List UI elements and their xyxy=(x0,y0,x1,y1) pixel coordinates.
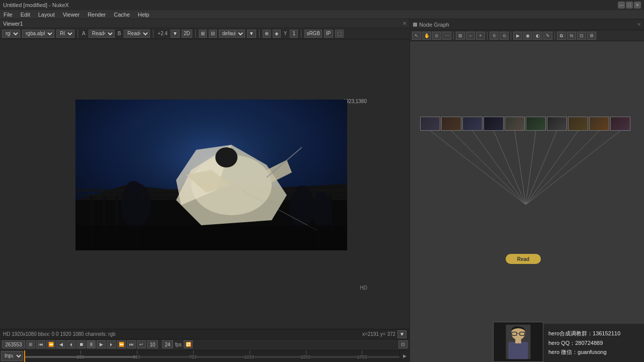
ng-edit-btn[interactable]: ✎ xyxy=(543,32,552,40)
node-thumb-1[interactable] xyxy=(420,117,440,131)
svg-point-15 xyxy=(215,147,237,167)
svg-rect-46 xyxy=(515,339,521,343)
svg-point-22 xyxy=(296,186,308,197)
node-thumb-10[interactable] xyxy=(610,117,630,131)
svg-line-32 xyxy=(494,131,526,205)
display-opts-btn[interactable]: ▼ xyxy=(247,30,256,38)
menu-file[interactable]: File xyxy=(2,12,14,18)
node-thumb-9[interactable] xyxy=(589,117,609,131)
film-background xyxy=(75,100,347,250)
main-layout: Viewer1 ✕ rgba rgba.alpha RGB A Read4 B … xyxy=(0,19,644,362)
ng-G-btn[interactable]: G xyxy=(557,32,566,40)
status-dropdown[interactable]: ▼ xyxy=(397,330,407,338)
read-a-select[interactable]: Read4 xyxy=(89,30,115,38)
node-graph-header: Node Graph ✕ xyxy=(410,19,644,30)
ng-zoom-in[interactable]: + xyxy=(476,32,485,40)
node-canvas[interactable]: Read hero合成调教群：136152110 hero QQ：2807248… xyxy=(410,41,644,362)
read-b-select[interactable]: Read4 xyxy=(124,30,150,38)
webcam-preview xyxy=(493,322,543,362)
node-thumb-3[interactable] xyxy=(462,117,482,131)
play-pause-btn[interactable]: ⏸ xyxy=(87,340,96,348)
node-thumb-5[interactable] xyxy=(505,117,525,131)
ng-color-btn[interactable]: ◐ xyxy=(533,32,542,40)
channel-mode-select[interactable]: rgba.alpha xyxy=(22,30,54,38)
menu-bar: File Edit Layout Viewer Render Cache Hel… xyxy=(0,10,644,19)
grid-btn[interactable]: ⊟ xyxy=(209,30,217,38)
stop-btn[interactable]: ⏹ xyxy=(76,340,86,348)
view-2d-btn[interactable]: 2D xyxy=(182,30,192,38)
frame-number[interactable]: 263553 xyxy=(2,340,25,348)
ng-fit-btn[interactable]: ⊞ xyxy=(456,32,465,40)
prev-frame-btn[interactable]: ◀ xyxy=(56,340,65,348)
y-input[interactable]: 1 xyxy=(290,30,298,38)
node-thumb-4[interactable] xyxy=(484,117,504,131)
next-inc-btn[interactable]: ⏵ xyxy=(107,340,116,348)
split-view-btn[interactable]: ⊞ xyxy=(199,30,207,38)
timeline-ruler[interactable]: 0 250 500 750 1000 1500 1750 xyxy=(24,350,399,362)
play-btn[interactable]: ▶ xyxy=(97,340,106,348)
close-button[interactable]: ✕ xyxy=(634,2,641,9)
roi-btn[interactable]: ⊕ xyxy=(263,30,271,38)
svg-rect-45 xyxy=(508,342,528,359)
ng-select-btn[interactable]: ↖ xyxy=(412,32,421,40)
next-last-btn[interactable]: ⏭ xyxy=(127,340,136,348)
coord-display: x=2191 y= 372 xyxy=(362,331,395,337)
loop-btn[interactable]: 🔁 xyxy=(184,340,193,348)
menu-render[interactable]: Render xyxy=(86,12,107,18)
maximize-button[interactable]: □ xyxy=(626,2,633,9)
zoom-btn[interactable]: ▼ xyxy=(171,30,180,38)
read-node[interactable]: Read xyxy=(506,254,541,264)
node-connections-svg xyxy=(410,41,644,362)
loop-a-btn[interactable]: ↩ xyxy=(137,340,146,348)
svg-line-33 xyxy=(515,131,526,205)
prev-first-btn[interactable]: ⏮ xyxy=(36,340,45,348)
title-bar: Untitled [modified] - NukeX — □ ✕ xyxy=(0,0,644,10)
snap-btn[interactable]: ⊞ xyxy=(26,340,35,348)
node-thumb-2[interactable] xyxy=(441,117,461,131)
ng-dots-btn[interactable]: ⋯ xyxy=(442,32,451,40)
menu-cache[interactable]: Cache xyxy=(112,12,131,18)
colorspace-out-btn[interactable]: sRGB xyxy=(304,30,322,38)
ng-settings-btn[interactable]: ⚙ xyxy=(587,32,596,40)
ng-move-btn[interactable]: ✋ xyxy=(422,32,431,40)
ng-paste-btn[interactable]: ⎗ xyxy=(500,32,509,40)
overlay-btn[interactable]: ◈ xyxy=(273,30,281,38)
ng-nuke-btn[interactable]: N xyxy=(567,32,576,40)
menu-edit[interactable]: Edit xyxy=(19,12,32,18)
ng-zoom-out[interactable]: − xyxy=(466,32,475,40)
colorspace-select[interactable]: RGB xyxy=(56,30,74,38)
node-thumb-7[interactable] xyxy=(547,117,567,131)
status-text: HD 1920x1080 bbox: 0 0 1920 1080 channel… xyxy=(3,331,116,337)
hd-label: HD xyxy=(360,285,367,291)
ng-extra1-btn[interactable]: ⊡ xyxy=(577,32,586,40)
svg-line-29 xyxy=(430,131,526,205)
extra-btn[interactable]: ⬚ xyxy=(335,30,344,38)
minimize-button[interactable]: — xyxy=(618,2,625,9)
ng-connect-btn[interactable]: ⊙ xyxy=(432,32,441,40)
timeline-right-btn[interactable]: ⊡ xyxy=(398,340,408,348)
ip-btn[interactable]: IP xyxy=(324,30,333,38)
svg-point-24 xyxy=(317,192,327,201)
display-select[interactable]: default xyxy=(219,30,245,38)
ng-copy-btn[interactable]: ⎘ xyxy=(490,32,499,40)
svg-line-30 xyxy=(451,131,526,205)
viewer-canvas[interactable]: 1923,1380 xyxy=(0,39,410,329)
inc-value[interactable]: 10 xyxy=(147,340,158,348)
prev-10-btn[interactable]: ⏪ xyxy=(46,340,55,348)
input-select[interactable]: Input xyxy=(1,351,23,361)
channel-select[interactable]: rgba xyxy=(2,30,20,38)
ng-eye-btn[interactable]: ◉ xyxy=(523,32,532,40)
viewer-tab[interactable]: Viewer1 ✕ xyxy=(0,19,410,28)
menu-viewer[interactable]: Viewer xyxy=(61,12,81,18)
next-10-btn[interactable]: ⏩ xyxy=(117,340,126,348)
svg-line-34 xyxy=(526,131,536,205)
menu-layout[interactable]: Layout xyxy=(37,12,56,18)
menu-help[interactable]: Help xyxy=(136,12,151,18)
timeline-scroll-right[interactable]: ▶ xyxy=(400,352,410,360)
fps-value[interactable]: 24 xyxy=(162,340,173,348)
node-thumb-8[interactable] xyxy=(568,117,588,131)
prev-inc-btn[interactable]: ⏴ xyxy=(66,340,75,348)
node-thumb-6[interactable] xyxy=(526,117,546,131)
ng-media-btn[interactable]: ▶ xyxy=(513,32,522,40)
y-label: Y xyxy=(283,31,288,36)
